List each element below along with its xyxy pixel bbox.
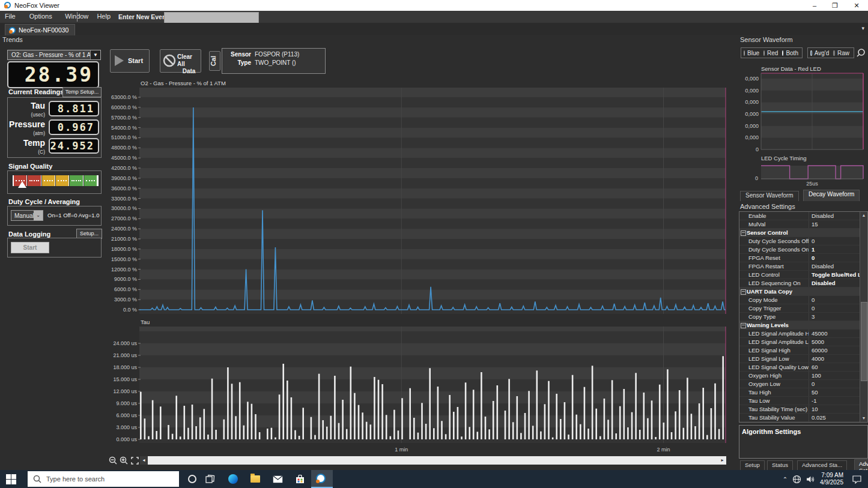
scrollbar-thumb[interactable] bbox=[861, 302, 867, 381]
close-button[interactable]: ✕ bbox=[848, 1, 866, 10]
chevron-down-icon[interactable]: ▼ bbox=[90, 50, 100, 59]
notification-icon[interactable] bbox=[852, 475, 862, 484]
settings-row[interactable]: MulVal15 bbox=[739, 220, 860, 229]
settings-value[interactable]: 50 bbox=[809, 388, 860, 396]
settings-value[interactable]: Disabled bbox=[809, 262, 860, 270]
menu-item-options[interactable]: Options bbox=[28, 13, 54, 20]
settings-value[interactable]: 60000 bbox=[809, 346, 860, 354]
settings-value[interactable]: 5000 bbox=[809, 338, 860, 346]
collapse-icon[interactable] bbox=[741, 230, 746, 236]
waveform-zoom-icon[interactable] bbox=[856, 48, 866, 58]
panel-tab-advancedset[interactable]: Advanced Set... bbox=[854, 459, 868, 470]
settings-row[interactable]: Temperature High50 bbox=[739, 422, 860, 423]
duty-cycle-mode-select[interactable]: Manual ⌄ bbox=[11, 210, 43, 221]
settings-row[interactable]: LED ControlToggle Blue/Red L... bbox=[739, 271, 860, 279]
settings-row[interactable]: LED Signal Amplitude H...45000 bbox=[739, 330, 860, 338]
cal-button[interactable]: Cal bbox=[209, 51, 220, 71]
settings-value[interactable]: 10 bbox=[809, 405, 860, 413]
settings-value[interactable]: Disabled bbox=[809, 212, 860, 220]
scroll-up-icon[interactable]: ▲ bbox=[860, 212, 867, 219]
settings-row[interactable]: Tau Low-1 bbox=[739, 397, 860, 405]
settings-value[interactable]: -1 bbox=[809, 397, 860, 405]
led-label[interactable]: Blue bbox=[747, 50, 759, 56]
tabstrip-dropdown-icon[interactable]: ▾ bbox=[861, 25, 864, 31]
settings-row[interactable]: EnableDisabled bbox=[739, 212, 860, 220]
speaker-icon[interactable] bbox=[806, 475, 815, 483]
settings-row[interactable]: LED Signal Amplitude Low5000 bbox=[739, 338, 860, 346]
task-view-button[interactable] bbox=[199, 470, 221, 488]
chart-h-scrollbar[interactable]: ◂ ▸ bbox=[140, 456, 726, 465]
zoom-in-icon[interactable] bbox=[120, 456, 129, 465]
settings-row[interactable]: LED Signal Quality Low60 bbox=[739, 363, 860, 372]
tab-neofox-nf00030[interactable]: NeoFox-NF00030 bbox=[5, 24, 75, 35]
settings-row[interactable]: Tau High50 bbox=[739, 388, 860, 397]
settings-row[interactable]: Copy Trigger0 bbox=[739, 304, 860, 313]
settings-value[interactable]: 4000 bbox=[809, 355, 860, 363]
settings-scrollbar[interactable]: ▲ ▼ bbox=[860, 212, 867, 422]
settings-row[interactable]: Duty Cycle Seconds On1 bbox=[739, 246, 860, 254]
settings-value[interactable]: 3 bbox=[809, 313, 860, 321]
settings-row[interactable]: LED Signal Low4000 bbox=[739, 355, 860, 363]
menu-item-file[interactable]: File bbox=[3, 13, 17, 20]
waveform-tab-sensor-waveform[interactable]: Sensor Waveform bbox=[740, 191, 799, 201]
temp-setup-button[interactable]: Temp Setup... bbox=[62, 87, 102, 97]
menu-item-help[interactable]: Help bbox=[95, 13, 112, 20]
mode-radio-avgd[interactable] bbox=[810, 50, 812, 56]
taskbar-search[interactable]: Type here to search bbox=[28, 471, 179, 487]
settings-row[interactable]: Copy Type3 bbox=[739, 313, 860, 321]
settings-value[interactable]: 0 bbox=[809, 304, 860, 312]
restore-button[interactable]: ❐ bbox=[826, 1, 844, 10]
zoom-out-icon[interactable] bbox=[109, 456, 118, 465]
waveform-tab-decay-waveform[interactable]: Decay Waveform bbox=[803, 190, 860, 201]
mode-label[interactable]: Avg'd bbox=[815, 50, 830, 56]
logging-start-button[interactable]: Start bbox=[11, 242, 49, 253]
file-explorer-button[interactable] bbox=[244, 470, 266, 488]
settings-value[interactable]: 1 bbox=[809, 246, 860, 253]
panel-tab-status[interactable]: Status bbox=[767, 460, 793, 470]
settings-value[interactable]: 0 bbox=[809, 296, 860, 304]
scroll-left-icon[interactable]: ◂ bbox=[140, 456, 148, 465]
mail-button[interactable] bbox=[267, 470, 288, 488]
settings-row[interactable]: Oxygen Low0 bbox=[739, 380, 860, 388]
settings-row[interactable]: FPGA RestartDisabled bbox=[739, 262, 860, 271]
tray-chevron-icon[interactable]: ⌃ bbox=[783, 476, 788, 483]
led-label[interactable]: Red bbox=[767, 50, 778, 56]
taskbar-clock[interactable]: 7:09 AM 4/9/2025 bbox=[820, 472, 843, 487]
led-radio-blue[interactable] bbox=[744, 50, 745, 56]
panel-tab-setup[interactable]: Setup bbox=[740, 460, 765, 470]
settings-row[interactable]: Oxygen High100 bbox=[739, 372, 860, 380]
chevron-down-icon[interactable]: ⌄ bbox=[34, 211, 43, 220]
settings-value[interactable]: 0 bbox=[809, 237, 860, 245]
channel-select[interactable]: O2: Gas - Pressure - % of 1 ATM ▼ bbox=[7, 50, 101, 60]
led-radio-red[interactable] bbox=[763, 50, 765, 56]
settings-value[interactable]: 15 bbox=[809, 220, 860, 228]
mode-radio-raw[interactable] bbox=[833, 50, 835, 56]
settings-value[interactable]: Disabled bbox=[809, 279, 860, 287]
edge-button[interactable] bbox=[222, 470, 244, 488]
network-globe-icon[interactable] bbox=[792, 475, 801, 484]
mode-label[interactable]: Raw bbox=[837, 50, 849, 56]
settings-row[interactable]: Tau Stability Time (sec)10 bbox=[739, 405, 860, 414]
settings-value[interactable]: 50 bbox=[809, 422, 860, 423]
settings-value[interactable]: 60 bbox=[809, 363, 860, 371]
minimize-button[interactable]: – bbox=[806, 1, 824, 10]
collapse-icon[interactable] bbox=[741, 323, 746, 328]
settings-value[interactable]: 45000 bbox=[809, 330, 860, 337]
settings-row[interactable]: Duty Cycle Seconds Off0 bbox=[739, 237, 860, 246]
settings-row[interactable]: Sensor Control bbox=[739, 229, 860, 237]
neofox-app-button[interactable] bbox=[311, 470, 333, 488]
panel-tab-advancedsta[interactable]: Advanced Sta... bbox=[797, 460, 847, 470]
settings-value[interactable]: Toggle Blue/Red L... bbox=[809, 271, 860, 279]
zoom-fit-icon[interactable] bbox=[130, 456, 139, 465]
settings-value[interactable]: 0 bbox=[809, 380, 860, 388]
start-button[interactable]: Start bbox=[110, 49, 150, 73]
store-button[interactable] bbox=[289, 470, 311, 488]
settings-row[interactable]: Copy Mode0 bbox=[739, 296, 860, 304]
settings-row[interactable]: LED Sequencing OnDisabled bbox=[739, 279, 860, 288]
settings-value[interactable]: 0.025 bbox=[809, 414, 860, 421]
scroll-down-icon[interactable]: ▼ bbox=[860, 415, 867, 422]
event-input[interactable] bbox=[164, 12, 259, 23]
led-radio-both[interactable] bbox=[782, 50, 783, 56]
settings-row[interactable]: LED Signal High60000 bbox=[739, 346, 860, 355]
led-label[interactable]: Both bbox=[786, 50, 798, 56]
